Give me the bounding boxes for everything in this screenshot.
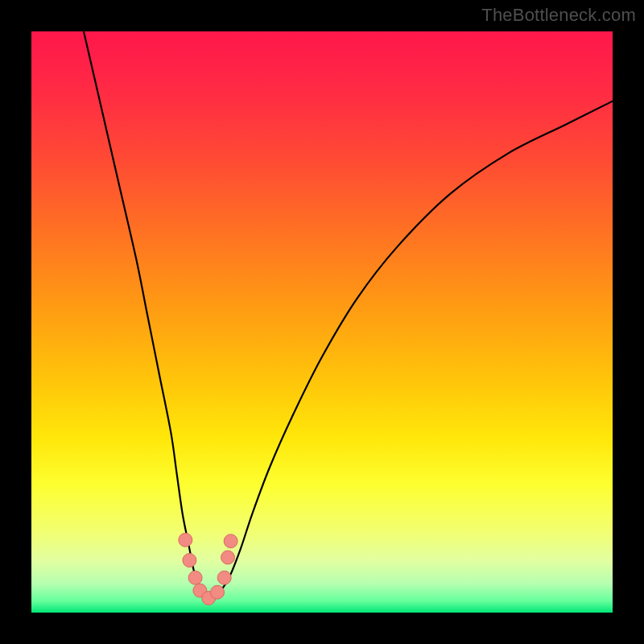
bottleneck-curve	[84, 31, 613, 602]
curve-layer	[31, 31, 613, 613]
watermark-text: TheBottleneck.com	[481, 5, 636, 26]
data-dot	[188, 571, 202, 584]
data-dot	[211, 585, 225, 599]
data-dot	[179, 533, 192, 547]
data-dot	[217, 571, 231, 584]
plot-area	[31, 31, 613, 613]
chart-frame: TheBottleneck.com	[0, 0, 644, 644]
data-dot	[221, 551, 235, 564]
data-dot	[183, 554, 196, 568]
data-dot	[224, 535, 237, 548]
data-dots	[179, 533, 237, 605]
